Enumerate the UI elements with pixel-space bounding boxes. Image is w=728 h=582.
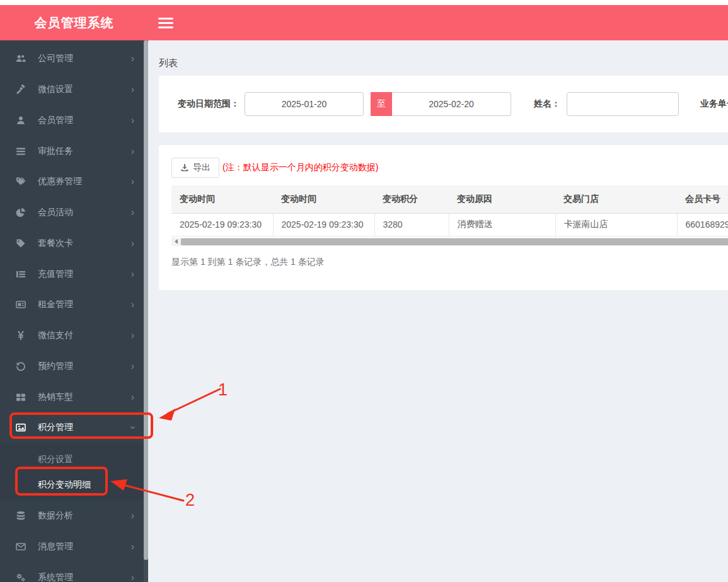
history-icon	[16, 361, 26, 371]
chevron-right-icon: ›	[131, 511, 134, 521]
table-header-row: 变动时间变动时间变动积分变动原因交易门店会员卡号	[171, 185, 728, 213]
sidebar-item-数据分析[interactable]: 数据分析›	[0, 501, 148, 532]
sidebar-item-积分管理[interactable]: 积分管理›	[0, 412, 148, 443]
chevron-right-icon: ›	[131, 115, 134, 125]
sidebar-item-label: 会员管理	[38, 115, 131, 126]
table-cell: 2025-02-19 09:23:30	[171, 213, 273, 236]
sidebar-submenu: 积分设置积分变动明细	[0, 443, 148, 501]
gavel-icon	[16, 84, 26, 95]
sidebar-item-会员管理[interactable]: 会员管理›	[0, 105, 148, 136]
sidebar-item-label: 租金管理	[38, 299, 131, 310]
sidebar-item-label: 公司管理	[38, 53, 131, 64]
tags-icon	[16, 177, 26, 187]
sidebar-item-label: 充值管理	[38, 269, 131, 280]
chevron-right-icon: ›	[131, 392, 134, 402]
sidebar-item-label: 审批任务	[38, 146, 131, 157]
table-cell: 卡派南山店	[555, 213, 677, 236]
table-horizontal-scrollbar[interactable]	[171, 238, 728, 246]
hamburger-menu-icon[interactable]	[158, 15, 173, 31]
sidebar-item-充值管理[interactable]: 充值管理›	[0, 259, 148, 289]
tag-icon	[16, 238, 26, 248]
table-cell: 3280	[374, 213, 449, 236]
column-header[interactable]: 变动时间	[171, 185, 273, 213]
sidebar-item-租金管理[interactable]: 租金管理›	[0, 289, 148, 320]
sidebar-item-微信设置[interactable]: 微信设置›	[0, 74, 148, 105]
name-label: 姓名：	[534, 98, 560, 110]
order-no-label: 业务单号：	[700, 98, 728, 110]
sidebar-item-热销车型[interactable]: 热销车型›	[0, 381, 148, 412]
sidebar: 公司管理›微信设置›会员管理›审批任务›优惠券管理›会员活动›套餐次卡›充值管理…	[0, 40, 148, 582]
chevron-right-icon: ›	[131, 54, 134, 64]
sidebar-item-label: 会员活动	[38, 207, 131, 218]
chevron-right-icon: ›	[131, 177, 134, 187]
page-title: 列表	[159, 57, 728, 69]
list-icon	[16, 146, 26, 156]
date-to-input[interactable]	[392, 92, 511, 116]
sidebar-subitem-积分设置[interactable]: 积分设置	[0, 446, 148, 472]
chevron-right-icon: ›	[131, 207, 134, 218]
yen-icon	[16, 330, 26, 340]
app-title: 会员管理系统	[0, 15, 148, 32]
sidebar-subitem-积分变动明细[interactable]: 积分变动明细	[0, 472, 148, 497]
column-header[interactable]: 变动积分	[374, 185, 449, 213]
chevron-right-icon: ›	[131, 542, 134, 552]
download-icon	[180, 163, 189, 172]
name-input[interactable]	[567, 92, 679, 116]
sidebar-item-微信支付[interactable]: 微信支付›	[0, 320, 148, 351]
date-range-to-connector: 至	[371, 92, 392, 116]
sidebar-item-label: 微信支付	[38, 330, 131, 341]
chevron-right-icon: ›	[131, 300, 134, 310]
newspaper-icon	[16, 300, 26, 310]
gears-icon	[16, 573, 26, 582]
pie-chart-icon	[16, 207, 26, 218]
table-row[interactable]: 2025-02-19 09:23:302025-02-19 09:23:3032…	[171, 213, 728, 236]
table-cell: 消费赠送	[449, 213, 555, 236]
sidebar-item-label: 消息管理	[38, 541, 131, 552]
image-icon	[16, 422, 26, 433]
sidebar-item-label: 预约管理	[38, 361, 131, 372]
column-header[interactable]: 会员卡号	[677, 185, 728, 213]
sidebar-item-套餐次卡[interactable]: 套餐次卡›	[0, 228, 148, 259]
date-from-input[interactable]	[245, 92, 364, 116]
column-header[interactable]: 变动原因	[449, 185, 555, 213]
sidebar-item-label: 优惠券管理	[38, 176, 131, 187]
sidebar-item-优惠券管理[interactable]: 优惠券管理›	[0, 166, 148, 197]
table-note: (注：默认显示一个月内的积分变动数据)	[222, 162, 378, 173]
sidebar-item-公司管理[interactable]: 公司管理›	[0, 44, 148, 74]
scroll-left-arrow-icon[interactable]	[171, 238, 181, 246]
points-change-table: 变动时间变动时间变动积分变动原因交易门店会员卡号 2025-02-19 09:2…	[171, 185, 728, 236]
column-header[interactable]: 变动时间	[273, 185, 374, 213]
pagination-info: 显示第 1 到第 1 条记录，总共 1 条记录	[171, 257, 728, 268]
chevron-right-icon: ›	[131, 330, 134, 340]
app-header: 会员管理系统	[0, 5, 728, 40]
window-top-strip	[0, 0, 728, 5]
chevron-down-icon: ›	[127, 426, 137, 429]
user-icon	[16, 115, 26, 125]
export-button[interactable]: 导出	[171, 158, 219, 178]
sidebar-item-label: 套餐次卡	[38, 238, 131, 249]
sidebar-scrollbar[interactable]	[144, 40, 148, 582]
sidebar-item-label: 系统管理	[38, 572, 131, 582]
sidebar-item-label: 数据分析	[38, 510, 131, 521]
main-content: 列表 变动日期范围： 至 姓名： 业务单号： 导出 (注：默认显示一个月内的积分…	[148, 40, 728, 582]
sidebar-item-会员活动[interactable]: 会员活动›	[0, 197, 148, 228]
database-icon	[16, 511, 26, 521]
sidebar-item-预约管理[interactable]: 预约管理›	[0, 351, 148, 382]
column-header[interactable]: 交易门店	[555, 185, 677, 213]
users-icon	[16, 54, 26, 64]
table-cell: 2025-02-19 09:23:30	[273, 213, 374, 236]
table-cell: 660168929	[677, 213, 728, 236]
chevron-right-icon: ›	[131, 269, 134, 279]
sidebar-item-审批任务[interactable]: 审批任务›	[0, 136, 148, 166]
horizontal-scrollbar-thumb[interactable]	[181, 238, 728, 245]
chevron-right-icon: ›	[131, 238, 134, 248]
date-range-label: 变动日期范围：	[178, 98, 240, 110]
sidebar-item-label: 微信设置	[38, 84, 131, 95]
sidebar-menu: 公司管理›微信设置›会员管理›审批任务›优惠券管理›会员活动›套餐次卡›充值管理…	[0, 40, 148, 582]
sidebar-item-消息管理[interactable]: 消息管理›	[0, 532, 148, 562]
sidebar-item-label: 积分管理	[38, 422, 131, 433]
sidebar-scrollbar-thumb[interactable]	[144, 40, 148, 560]
sidebar-item-系统管理[interactable]: 系统管理›	[0, 562, 148, 582]
recharge-list-icon	[16, 269, 26, 279]
chevron-right-icon: ›	[131, 361, 134, 371]
